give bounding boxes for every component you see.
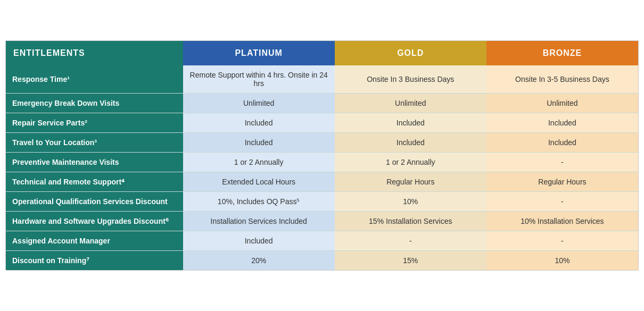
- bronze-cell-7: 10% Installation Services: [486, 212, 638, 231]
- gold-cell-8: -: [335, 231, 486, 251]
- platinum-cell-5: Extended Local Hours: [183, 172, 335, 192]
- table-row: Travel to Your Location³IncludedIncluded…: [6, 133, 638, 153]
- platinum-cell-7: Installation Services Included: [183, 212, 335, 231]
- bronze-cell-4: -: [486, 153, 638, 172]
- row-label-4: Preventive Maintenance Visits: [6, 153, 183, 172]
- platinum-cell-4: 1 or 2 Annually: [183, 153, 335, 172]
- entitlements-header: ENTITLEMENTS: [6, 41, 183, 65]
- gold-cell-7: 15% Installation Services: [335, 212, 486, 231]
- row-label-2: Repair Service Parts²: [6, 113, 183, 133]
- bronze-cell-9: 10%: [486, 251, 638, 271]
- bronze-cell-8: -: [486, 231, 638, 251]
- platinum-cell-1: Unlimited: [183, 94, 335, 113]
- gold-cell-9: 15%: [335, 251, 486, 271]
- bronze-cell-5: Regular Hours: [486, 172, 638, 192]
- comparison-table: ENTITLEMENTS PLATINUM GOLD BRONZE Respon…: [5, 40, 639, 271]
- bronze-cell-1: Unlimited: [486, 94, 638, 113]
- row-label-7: Hardware and Software Upgrades Discount⁶: [6, 212, 183, 231]
- bronze-header: BRONZE: [486, 41, 638, 65]
- gold-cell-1: Unlimited: [335, 94, 486, 113]
- platinum-cell-8: Included: [183, 231, 335, 251]
- table-row: Preventive Maintenance Visits1 or 2 Annu…: [6, 153, 638, 172]
- row-label-9: Discount on Training⁷: [6, 251, 183, 271]
- bronze-cell-2: Included: [486, 113, 638, 133]
- table-row: Technical and Remote Support⁴Extended Lo…: [6, 172, 638, 192]
- bronze-cell-3: Included: [486, 133, 638, 153]
- platinum-cell-9: 20%: [183, 251, 335, 271]
- table-row: Assigned Account ManagerIncluded--: [6, 231, 638, 251]
- row-label-5: Technical and Remote Support⁴: [6, 172, 183, 192]
- platinum-cell-6: 10%, Includes OQ Pass⁵: [183, 192, 335, 212]
- platinum-header: PLATINUM: [183, 41, 335, 65]
- table-row: Operational Qualification Services Disco…: [6, 192, 638, 212]
- row-label-1: Emergency Break Down Visits: [6, 94, 183, 113]
- bronze-cell-6: -: [486, 192, 638, 212]
- table-row: Discount on Training⁷20%15%10%: [6, 251, 638, 271]
- platinum-cell-2: Included: [183, 113, 335, 133]
- row-label-3: Travel to Your Location³: [6, 133, 183, 153]
- gold-cell-5: Regular Hours: [335, 172, 486, 192]
- platinum-cell-3: Included: [183, 133, 335, 153]
- platinum-cell-0: Remote Support within 4 hrs. Onsite in 2…: [183, 65, 335, 94]
- gold-cell-3: Included: [335, 133, 486, 153]
- table-row: Hardware and Software Upgrades Discount⁶…: [6, 212, 638, 231]
- row-label-6: Operational Qualification Services Disco…: [6, 192, 183, 212]
- row-label-0: Response Time¹: [6, 65, 183, 94]
- gold-header: GOLD: [335, 41, 486, 65]
- gold-cell-2: Included: [335, 113, 486, 133]
- table-row: Emergency Break Down VisitsUnlimitedUnli…: [6, 94, 638, 113]
- table-row: Repair Service Parts²IncludedIncludedInc…: [6, 113, 638, 133]
- gold-cell-6: 10%: [335, 192, 486, 212]
- table-row: Response Time¹Remote Support within 4 hr…: [6, 65, 638, 94]
- bronze-cell-0: Onsite In 3-5 Business Days: [486, 65, 638, 94]
- row-label-8: Assigned Account Manager: [6, 231, 183, 251]
- gold-cell-4: 1 or 2 Annually: [335, 153, 486, 172]
- gold-cell-0: Onsite In 3 Business Days: [335, 65, 486, 94]
